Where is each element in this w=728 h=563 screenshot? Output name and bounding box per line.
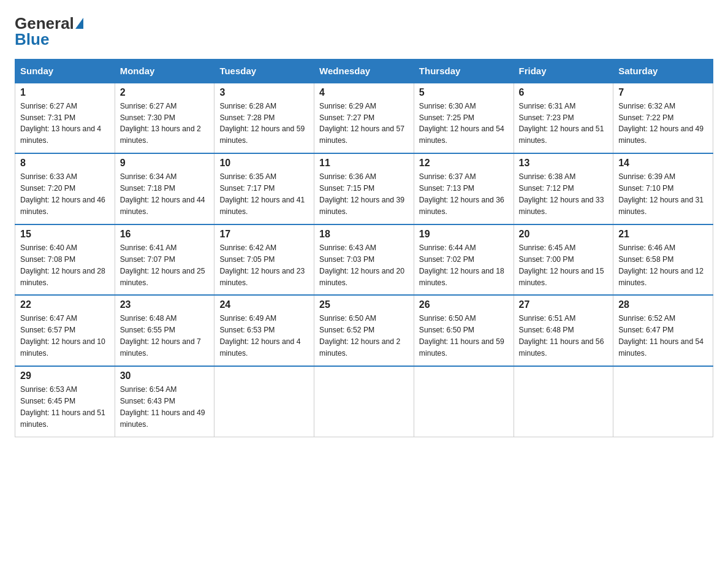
calendar-day-1: 1 Sunrise: 6:27 AMSunset: 7:31 PMDayligh… [15, 83, 115, 154]
day-number: 9 [120, 158, 210, 169]
day-info: Sunrise: 6:51 AMSunset: 6:48 PMDaylight:… [519, 314, 604, 358]
day-info: Sunrise: 6:50 AMSunset: 6:50 PMDaylight:… [419, 314, 504, 358]
calendar-day-14: 14 Sunrise: 6:39 AMSunset: 7:10 PMDaylig… [613, 153, 713, 224]
day-info: Sunrise: 6:29 AMSunset: 7:27 PMDaylight:… [319, 102, 404, 145]
day-number: 3 [219, 87, 309, 98]
day-info: Sunrise: 6:27 AMSunset: 7:30 PMDaylight:… [120, 102, 201, 145]
day-info: Sunrise: 6:30 AMSunset: 7:25 PMDaylight:… [419, 102, 504, 145]
day-number: 12 [419, 158, 509, 169]
day-info: Sunrise: 6:46 AMSunset: 6:58 PMDaylight:… [618, 243, 703, 287]
day-info: Sunrise: 6:31 AMSunset: 7:23 PMDaylight:… [519, 102, 604, 145]
calendar-day-11: 11 Sunrise: 6:36 AMSunset: 7:15 PMDaylig… [314, 153, 414, 224]
calendar-day-26: 26 Sunrise: 6:50 AMSunset: 6:50 PMDaylig… [414, 295, 514, 366]
header-thursday: Thursday [414, 59, 514, 83]
calendar-day-21: 21 Sunrise: 6:46 AMSunset: 6:58 PMDaylig… [613, 224, 713, 296]
day-info: Sunrise: 6:43 AMSunset: 7:03 PMDaylight:… [319, 243, 404, 287]
day-info: Sunrise: 6:38 AMSunset: 7:12 PMDaylight:… [519, 172, 604, 216]
day-info: Sunrise: 6:47 AMSunset: 6:57 PMDaylight:… [20, 314, 105, 358]
day-number: 24 [219, 299, 309, 310]
calendar-day-8: 8 Sunrise: 6:33 AMSunset: 7:20 PMDayligh… [15, 153, 115, 224]
calendar-day-2: 2 Sunrise: 6:27 AMSunset: 7:30 PMDayligh… [115, 83, 214, 154]
logo-triangle-icon [75, 18, 83, 29]
calendar-day-6: 6 Sunrise: 6:31 AMSunset: 7:23 PMDayligh… [514, 83, 613, 154]
day-number: 17 [219, 229, 309, 240]
day-number: 5 [419, 87, 509, 98]
day-number: 28 [618, 299, 708, 310]
day-number: 6 [519, 87, 609, 98]
day-number: 14 [618, 158, 708, 169]
calendar-day-27: 27 Sunrise: 6:51 AMSunset: 6:48 PMDaylig… [514, 295, 613, 366]
day-number: 10 [219, 158, 309, 169]
day-number: 8 [20, 158, 110, 169]
calendar-empty [514, 366, 613, 437]
day-info: Sunrise: 6:49 AMSunset: 6:53 PMDaylight:… [219, 314, 300, 358]
day-info: Sunrise: 6:45 AMSunset: 7:00 PMDaylight:… [519, 243, 604, 287]
day-number: 18 [319, 229, 409, 240]
day-number: 1 [20, 87, 110, 98]
day-number: 23 [120, 299, 210, 310]
day-info: Sunrise: 6:54 AMSunset: 6:43 PMDaylight:… [120, 385, 205, 429]
day-number: 30 [120, 370, 210, 381]
day-info: Sunrise: 6:36 AMSunset: 7:15 PMDaylight:… [319, 172, 404, 216]
calendar-day-7: 7 Sunrise: 6:32 AMSunset: 7:22 PMDayligh… [613, 83, 713, 154]
calendar-day-29: 29 Sunrise: 6:53 AMSunset: 6:45 PMDaylig… [15, 366, 115, 437]
calendar-day-23: 23 Sunrise: 6:48 AMSunset: 6:55 PMDaylig… [115, 295, 214, 366]
header-monday: Monday [115, 59, 214, 83]
calendar-day-5: 5 Sunrise: 6:30 AMSunset: 7:25 PMDayligh… [414, 83, 514, 154]
calendar-week-3: 15 Sunrise: 6:40 AMSunset: 7:08 PMDaylig… [15, 224, 713, 296]
calendar-table: SundayMondayTuesdayWednesdayThursdayFrid… [15, 59, 713, 437]
calendar-day-20: 20 Sunrise: 6:45 AMSunset: 7:00 PMDaylig… [514, 224, 613, 296]
header-tuesday: Tuesday [214, 59, 314, 83]
calendar-week-4: 22 Sunrise: 6:47 AMSunset: 6:57 PMDaylig… [15, 295, 713, 366]
calendar-week-5: 29 Sunrise: 6:53 AMSunset: 6:45 PMDaylig… [15, 366, 713, 437]
logo-blue-text: Blue [15, 30, 49, 49]
calendar-day-3: 3 Sunrise: 6:28 AMSunset: 7:28 PMDayligh… [214, 83, 314, 154]
day-info: Sunrise: 6:41 AMSunset: 7:07 PMDaylight:… [120, 243, 205, 287]
day-number: 29 [20, 370, 110, 381]
day-info: Sunrise: 6:40 AMSunset: 7:08 PMDaylight:… [20, 243, 105, 287]
day-info: Sunrise: 6:27 AMSunset: 7:31 PMDaylight:… [20, 102, 101, 145]
day-number: 11 [319, 158, 409, 169]
calendar-empty [314, 366, 414, 437]
day-number: 27 [519, 299, 609, 310]
calendar-day-18: 18 Sunrise: 6:43 AMSunset: 7:03 PMDaylig… [314, 224, 414, 296]
day-number: 15 [20, 229, 110, 240]
calendar-day-13: 13 Sunrise: 6:38 AMSunset: 7:12 PMDaylig… [514, 153, 613, 224]
day-info: Sunrise: 6:52 AMSunset: 6:47 PMDaylight:… [618, 314, 703, 358]
day-info: Sunrise: 6:39 AMSunset: 7:10 PMDaylight:… [618, 172, 703, 216]
calendar-day-25: 25 Sunrise: 6:50 AMSunset: 6:52 PMDaylig… [314, 295, 414, 366]
calendar-empty [414, 366, 514, 437]
day-info: Sunrise: 6:42 AMSunset: 7:05 PMDaylight:… [219, 243, 305, 287]
calendar-day-30: 30 Sunrise: 6:54 AMSunset: 6:43 PMDaylig… [115, 366, 214, 437]
calendar-empty [214, 366, 314, 437]
calendar-day-12: 12 Sunrise: 6:37 AMSunset: 7:13 PMDaylig… [414, 153, 514, 224]
header-sunday: Sunday [15, 59, 115, 83]
day-info: Sunrise: 6:34 AMSunset: 7:18 PMDaylight:… [120, 172, 205, 216]
day-number: 4 [319, 87, 409, 98]
day-number: 25 [319, 299, 409, 310]
day-number: 22 [20, 299, 110, 310]
calendar-day-16: 16 Sunrise: 6:41 AMSunset: 7:07 PMDaylig… [115, 224, 214, 296]
day-number: 19 [419, 229, 509, 240]
day-info: Sunrise: 6:44 AMSunset: 7:02 PMDaylight:… [419, 243, 504, 287]
calendar-day-4: 4 Sunrise: 6:29 AMSunset: 7:27 PMDayligh… [314, 83, 414, 154]
day-info: Sunrise: 6:50 AMSunset: 6:52 PMDaylight:… [319, 314, 400, 358]
day-number: 20 [519, 229, 609, 240]
calendar-day-24: 24 Sunrise: 6:49 AMSunset: 6:53 PMDaylig… [214, 295, 314, 366]
calendar-day-10: 10 Sunrise: 6:35 AMSunset: 7:17 PMDaylig… [214, 153, 314, 224]
day-number: 13 [519, 158, 609, 169]
header-wednesday: Wednesday [314, 59, 414, 83]
calendar-day-19: 19 Sunrise: 6:44 AMSunset: 7:02 PMDaylig… [414, 224, 514, 296]
calendar-day-28: 28 Sunrise: 6:52 AMSunset: 6:47 PMDaylig… [613, 295, 713, 366]
day-info: Sunrise: 6:33 AMSunset: 7:20 PMDaylight:… [20, 172, 105, 216]
day-info: Sunrise: 6:28 AMSunset: 7:28 PMDaylight:… [219, 102, 305, 145]
calendar-week-1: 1 Sunrise: 6:27 AMSunset: 7:31 PMDayligh… [15, 83, 713, 154]
day-info: Sunrise: 6:53 AMSunset: 6:45 PMDaylight:… [20, 385, 105, 429]
calendar-week-2: 8 Sunrise: 6:33 AMSunset: 7:20 PMDayligh… [15, 153, 713, 224]
day-info: Sunrise: 6:48 AMSunset: 6:55 PMDaylight:… [120, 314, 201, 358]
header-saturday: Saturday [613, 59, 713, 83]
calendar-day-15: 15 Sunrise: 6:40 AMSunset: 7:08 PMDaylig… [15, 224, 115, 296]
day-number: 21 [618, 229, 708, 240]
logo: General Blue [15, 15, 83, 49]
calendar-header-row: SundayMondayTuesdayWednesdayThursdayFrid… [15, 59, 713, 83]
